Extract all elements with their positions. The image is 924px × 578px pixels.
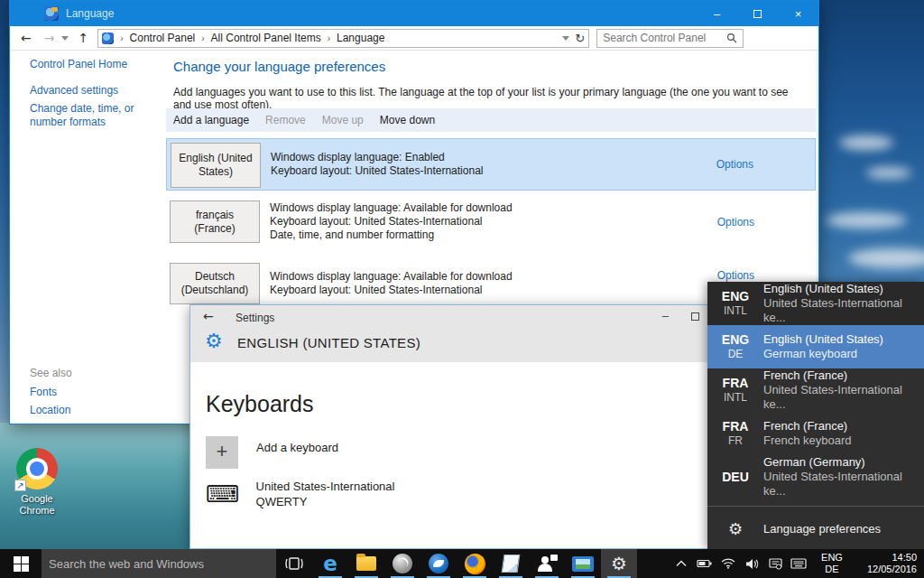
- browser-circle-icon[interactable]: [384, 549, 420, 578]
- cloud: [826, 212, 907, 228]
- language-row-english[interactable]: English (United States) Windows display …: [166, 138, 816, 191]
- time: 14:50: [852, 552, 917, 564]
- layout-abbr-sub: INTL: [707, 390, 763, 405]
- flyout-keyboard: United States-International ke...: [763, 470, 924, 499]
- close-button[interactable]: ×: [778, 1, 818, 26]
- cloud: [866, 167, 911, 179]
- layout-abbr-sub: DE: [707, 347, 763, 361]
- maximize-button[interactable]: [737, 1, 778, 26]
- flyout-item-fra-fr[interactable]: FRAFR French (France)French keyboard: [707, 412, 924, 455]
- language-tile[interactable]: français (France): [170, 200, 260, 243]
- refresh-icon[interactable]: ↻: [575, 32, 585, 45]
- taskbar-search[interactable]: [42, 549, 276, 578]
- system-tray: ENG DE 14:50 12/05/2016: [670, 549, 924, 578]
- language-tile[interactable]: Deutsch (Deutschland): [170, 263, 260, 304]
- flyout-language: English (United States): [763, 332, 883, 347]
- wifi-icon[interactable]: [716, 558, 740, 569]
- chrome-shortcut[interactable]: ↗ Google Chrome: [5, 448, 69, 517]
- minimize-button[interactable]: –: [697, 1, 737, 26]
- search-icon: [726, 33, 737, 43]
- taskbar-search-input[interactable]: [49, 557, 229, 571]
- language-preferences-button[interactable]: ⚙ Language preferences: [707, 508, 924, 549]
- sidebar-item-control-panel-home[interactable]: Control Panel Home: [30, 58, 127, 71]
- options-link[interactable]: Options: [717, 269, 754, 282]
- minimize-button[interactable]: –: [662, 309, 669, 322]
- up-icon[interactable]: ↑: [78, 31, 88, 45]
- layout-abbr: ENG: [707, 332, 763, 347]
- breadcrumb-separator: ›: [328, 33, 330, 43]
- settings-gear-icon[interactable]: ⚙: [601, 549, 637, 578]
- add-keyboard-button[interactable]: + Add a keyboard: [206, 436, 338, 469]
- sidebar-item-change-formats[interactable]: Change date, time, or number formats: [30, 102, 147, 129]
- flyout-item-deu[interactable]: DEU German (Germany)United States-Intern…: [707, 455, 924, 499]
- notepad-icon[interactable]: [493, 549, 529, 578]
- back-icon[interactable]: ←: [203, 309, 214, 323]
- shortcut-arrow-icon: ↗: [14, 480, 26, 491]
- flyout-keyboard: United States-International ke...: [763, 383, 924, 412]
- touch-keyboard-icon[interactable]: [787, 558, 810, 569]
- language-detail: Keyboard layout: United States-Internati…: [270, 284, 513, 297]
- input-language-indicator[interactable]: ENG DE: [814, 552, 850, 575]
- flyout-keyboard: French keyboard: [763, 434, 852, 448]
- action-center-icon[interactable]: [763, 558, 787, 570]
- forward-icon[interactable]: →: [44, 31, 55, 45]
- breadcrumb-all-items[interactable]: All Control Panel Items: [211, 32, 321, 44]
- settings-title: Settings: [236, 312, 274, 324]
- breadcrumb-separator: ›: [201, 33, 204, 43]
- language-detail: Date, time, and number formatting: [270, 228, 513, 242]
- people-icon[interactable]: [529, 549, 565, 578]
- clock[interactable]: 14:50 12/05/2016: [852, 552, 917, 575]
- page-description: Add languages you want to use to this li…: [173, 86, 805, 111]
- add-a-language-button[interactable]: Add a language: [173, 114, 249, 126]
- sidebar-item-advanced-settings[interactable]: Advanced settings: [30, 84, 118, 98]
- options-link[interactable]: Options: [716, 158, 753, 171]
- maximize-icon: [753, 10, 762, 18]
- flyout-item-eng-intl[interactable]: ENGINTL English (United States)United St…: [707, 282, 924, 325]
- battery-icon[interactable]: [693, 558, 716, 569]
- photos-icon[interactable]: [565, 549, 601, 578]
- flyout-keyboard: United States-International ke...: [763, 296, 924, 325]
- control-panel-search[interactable]: [596, 29, 744, 48]
- see-also-header: See also: [30, 367, 72, 379]
- options-link[interactable]: Options: [717, 216, 754, 228]
- settings-page-title: ENGLISH (UNITED STATES): [237, 335, 420, 350]
- move-up-button[interactable]: Move up: [322, 114, 364, 126]
- task-view-icon[interactable]: [276, 549, 312, 578]
- chevron-up-icon[interactable]: [670, 560, 693, 567]
- sidebar-item-fonts[interactable]: Fonts: [30, 386, 57, 399]
- file-explorer-icon[interactable]: [348, 549, 384, 578]
- breadcrumb-language[interactable]: Language: [337, 32, 384, 44]
- keyboard-icon: ⌨: [206, 482, 240, 506]
- language-detail: Windows display language: Enabled: [271, 151, 483, 164]
- start-button[interactable]: [0, 549, 42, 578]
- language-row-french[interactable]: français (France) Windows display langua…: [166, 197, 816, 247]
- move-down-button[interactable]: Move down: [380, 114, 435, 126]
- language-detail: Windows display language: Available for …: [270, 201, 513, 215]
- flyout-item-eng-de[interactable]: ENGDE English (United States)German keyb…: [707, 325, 924, 368]
- flyout-language: English (United States): [763, 282, 924, 296]
- breadcrumb-control-panel[interactable]: Control Panel: [130, 32, 196, 44]
- remove-button[interactable]: Remove: [265, 114, 306, 126]
- sidebar-item-location[interactable]: Location: [30, 404, 70, 417]
- language-preferences-label: Language preferences: [763, 522, 881, 536]
- edge-icon[interactable]: e: [312, 549, 348, 578]
- plus-icon: +: [206, 436, 238, 469]
- firefox-icon[interactable]: [457, 549, 493, 578]
- address-dropdown-chevron-icon[interactable]: [562, 36, 569, 41]
- window-title: Language: [66, 7, 114, 20]
- flyout-item-fra-intl[interactable]: FRAINTL French (France)United States-Int…: [707, 368, 924, 412]
- breadcrumb-separator: ›: [120, 33, 123, 43]
- volume-icon[interactable]: [740, 558, 763, 570]
- address-bar: ← → ↑ › Control Panel › All Control Pane…: [10, 26, 818, 51]
- maximize-button[interactable]: [691, 312, 699, 321]
- title-bar[interactable]: Language – ×: [10, 1, 818, 26]
- language-detail: Keyboard layout: United States-Internati…: [271, 164, 483, 178]
- breadcrumb[interactable]: › Control Panel › All Control Panel Item…: [97, 29, 589, 48]
- thunderbird-icon[interactable]: [420, 549, 457, 578]
- recent-pages-chevron-icon[interactable]: [61, 36, 69, 41]
- language-tile[interactable]: English (United States): [171, 143, 261, 188]
- back-icon[interactable]: ←: [21, 31, 32, 45]
- search-input[interactable]: [603, 32, 726, 44]
- keyboard-list-item[interactable]: ⌨ United States-International QWERTY: [206, 479, 394, 509]
- settings-window: ← Settings – ⚙ ENGLISH (UNITED STATES) K…: [189, 304, 711, 549]
